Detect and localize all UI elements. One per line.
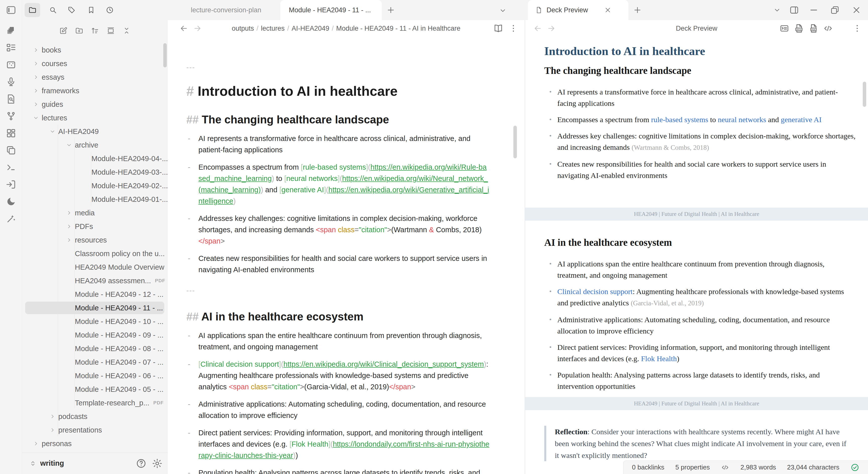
deck-outline-icon[interactable]	[779, 23, 789, 33]
right-sidebar-toggle-icon[interactable]	[789, 5, 799, 15]
tree-file-item[interactable]: Module - HEA2049 - 05 - ...	[22, 383, 168, 396]
dice-icon[interactable]	[5, 59, 17, 70]
markdown-link-text[interactable]: Flok Health	[291, 440, 329, 448]
image-icon[interactable]	[838, 23, 848, 33]
tree-folder-item[interactable]: archive	[22, 138, 168, 152]
markdown-editor[interactable]: ---# Introduction to AI in healthcare## …	[186, 37, 500, 474]
microphone-icon[interactable]	[5, 77, 17, 87]
tree-file-item[interactable]: HEA2049 assessmen...PDF	[22, 274, 168, 288]
dots-v-icon[interactable]	[852, 23, 862, 33]
tree-folder-item[interactable]: PDFs	[22, 220, 168, 233]
sort-icon[interactable]	[89, 25, 101, 36]
editor-list-item[interactable]: AI applications span the entire healthca…	[186, 330, 490, 353]
slide-link[interactable]: generative AI	[781, 115, 822, 124]
more-options-icon[interactable]	[508, 23, 518, 33]
breadcrumb-segment[interactable]: outputs	[232, 25, 254, 32]
preview-scrollbar[interactable]	[863, 82, 866, 107]
tree-file-item[interactable]: Module - HEA2049 - 12 - ...	[22, 288, 168, 301]
reading-view-book-icon[interactable]	[493, 23, 503, 33]
slide-link[interactable]: Flok Health	[641, 354, 677, 363]
breadcrumb-segment[interactable]: AI-HEA2049	[291, 25, 329, 32]
layout-list-icon[interactable]	[5, 42, 17, 53]
sidebar-tab-search-icon[interactable]	[45, 3, 61, 17]
editor-list-item[interactable]: Direct patient services: Providing infor…	[186, 427, 490, 461]
properties-count[interactable]: 5 properties	[675, 464, 710, 471]
tab-module-hea2049-11[interactable]: Module - HEA2049 - 11 - ...	[280, 0, 382, 20]
vault-switcher[interactable]: writing	[22, 452, 168, 474]
close-tab-icon[interactable]	[604, 6, 612, 14]
tree-folder-item[interactable]: podcasts	[22, 410, 168, 423]
copy-icon[interactable]	[5, 145, 17, 156]
editor-heading[interactable]: ## The changing healthcare landscape	[186, 112, 500, 127]
markdown-link-text[interactable]: Clinical decision support	[200, 360, 279, 368]
tree-file-item[interactable]: Module-HEA2049-03-...	[22, 166, 168, 179]
tree-file-item[interactable]: Template-research_p...PDF	[22, 396, 168, 410]
editor-heading[interactable]: ## AI in the healthcare ecosystem	[186, 309, 500, 324]
tree-folder-item[interactable]: courses	[22, 57, 168, 70]
settings-gear-icon[interactable]	[152, 458, 163, 469]
tree-file-item[interactable]: Module-HEA2049-01-...	[22, 192, 168, 206]
markdown-link-text[interactable]: generative AI	[281, 186, 324, 194]
grid-icon[interactable]	[5, 128, 17, 139]
sidebar-tab-tag-icon[interactable]	[64, 3, 80, 17]
slide-link[interactable]: Clinical decision support	[557, 287, 633, 296]
editor-list-item[interactable]: [Clinical decision support](https://en.w…	[186, 359, 490, 392]
file-pdf-icon[interactable]: PDF	[808, 23, 818, 33]
sidebar-tab-folder-icon[interactable]	[25, 3, 40, 17]
sidebar-scrollbar[interactable]	[163, 43, 167, 67]
restore-window-icon[interactable]	[830, 5, 840, 15]
breadcrumb-segment[interactable]: lectures	[261, 25, 285, 32]
edit-icon[interactable]	[57, 25, 69, 36]
editor-scrollbar[interactable]	[514, 126, 517, 158]
tree-folder-item[interactable]: lectures	[22, 111, 168, 125]
tree-folder-item[interactable]: books	[22, 43, 168, 57]
markdown-link-text[interactable]: rule-based systems	[303, 163, 366, 171]
frontmatter-divider[interactable]: ---	[186, 285, 500, 296]
editor-list-item[interactable]: Population health: Analysing patterns ac…	[186, 467, 490, 474]
tab-list-chevron-icon[interactable]	[499, 6, 507, 14]
tree-file-item[interactable]: Module - HEA2049 - 11 - ...	[22, 301, 168, 315]
slide-link[interactable]: neural networks	[718, 115, 766, 124]
file-search-icon[interactable]	[5, 93, 17, 105]
sync-ok-check-icon[interactable]	[850, 463, 860, 472]
collapse-icon[interactable]	[121, 25, 133, 36]
vault-switcher-icon[interactable]	[5, 25, 17, 36]
tree-file-item[interactable]: Module - HEA2049 - 07 - ...	[22, 355, 168, 369]
slide-link[interactable]: rule-based systems	[651, 115, 708, 124]
tree-file-item[interactable]: Classroom policy on the u...	[22, 247, 168, 260]
breadcrumb-segment[interactable]: Module - HEA2049 - 11 - AI in Healthcare	[336, 25, 461, 32]
tree-file-item[interactable]: Module-HEA2049-02-...	[22, 179, 168, 192]
sidebar-tab-clock-icon[interactable]	[102, 3, 118, 17]
moon-icon[interactable]	[5, 196, 17, 207]
editor-list-item[interactable]: Administrative applications: Automating …	[186, 398, 490, 421]
tab-deck-preview[interactable]: Deck Preview	[528, 0, 628, 20]
terminal-icon[interactable]	[5, 162, 17, 173]
editor-list-item[interactable]: Creates new responsibilities for health …	[186, 253, 490, 275]
markdown-url[interactable]: https://en.wikipedia.org/wiki/Clinical_d…	[284, 360, 484, 368]
tree-folder-item[interactable]: media	[22, 206, 168, 220]
tree-folder-item[interactable]: personas	[22, 437, 168, 450]
tree-folder-item[interactable]: essays	[22, 70, 168, 84]
breadcrumb[interactable]: outputs/lectures/AI-HEA2049/Module - HEA…	[168, 25, 524, 32]
tree-file-item[interactable]: Module-HEA2049-04-...	[22, 152, 168, 166]
magic-icon[interactable]	[5, 213, 17, 224]
markdown-link-text[interactable]: neural networks	[286, 174, 338, 182]
tree-folder-item[interactable]: resources	[22, 233, 168, 247]
tree-file-item[interactable]: Module - HEA2049 - 09 - ...	[22, 328, 168, 342]
editor-list-item[interactable]: Addresses key challenges: cognitive limi…	[186, 213, 490, 247]
editor-heading[interactable]: # Introduction to AI in healthcare	[186, 83, 500, 99]
tree-folder-item[interactable]: guides	[22, 97, 168, 111]
editor-list-item[interactable]: AI represents a transformative force in …	[186, 133, 490, 155]
code-icon[interactable]	[823, 23, 833, 33]
tree-folder-item[interactable]: frameworks	[22, 84, 168, 97]
editor-list-item[interactable]: Encompasses a spectrum from [rule-based …	[186, 161, 490, 207]
new-tab-icon[interactable]	[633, 5, 642, 14]
close-window-icon[interactable]	[851, 5, 862, 15]
panel-left-icon[interactable]	[5, 4, 17, 16]
file-pptx-icon[interactable]: PPTX	[794, 23, 804, 33]
minimize-window-icon[interactable]	[809, 5, 819, 15]
window-menu-chevron-icon[interactable]	[773, 6, 781, 14]
sidebar-tab-bookmark-icon[interactable]	[83, 3, 99, 17]
frame-icon[interactable]	[105, 25, 117, 36]
tree-file-item[interactable]: Module - HEA2049 - 08 - ...	[22, 342, 168, 355]
